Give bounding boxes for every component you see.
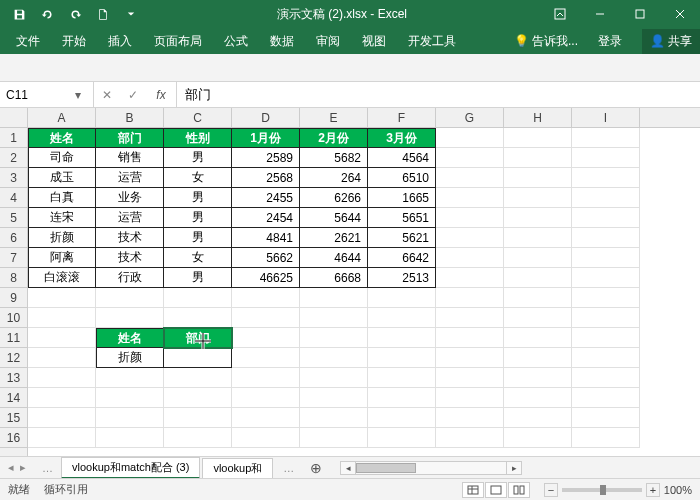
tab-data[interactable]: 数据 bbox=[268, 29, 296, 54]
cancel-formula-button[interactable]: ✕ bbox=[94, 88, 120, 102]
cell-D16[interactable] bbox=[232, 428, 300, 448]
cell-B9[interactable] bbox=[96, 288, 164, 308]
cell-H3[interactable] bbox=[504, 168, 572, 188]
cell-F9[interactable] bbox=[368, 288, 436, 308]
cell-H16[interactable] bbox=[504, 428, 572, 448]
cell-I1[interactable] bbox=[572, 128, 640, 148]
table-header-0[interactable]: 姓名 bbox=[28, 128, 96, 148]
table-row-3-col-5[interactable]: 5651 bbox=[368, 208, 436, 228]
cell-I16[interactable] bbox=[572, 428, 640, 448]
table-row-0-col-5[interactable]: 4564 bbox=[368, 148, 436, 168]
cell-F14[interactable] bbox=[368, 388, 436, 408]
view-page-layout-button[interactable] bbox=[485, 482, 507, 498]
cell-H8[interactable] bbox=[504, 268, 572, 288]
enter-formula-button[interactable]: ✓ bbox=[120, 88, 146, 102]
column-header-H[interactable]: H bbox=[504, 108, 572, 127]
cell-I10[interactable] bbox=[572, 308, 640, 328]
new-sheet-button[interactable]: ⊕ bbox=[302, 460, 330, 476]
cell-A16[interactable] bbox=[28, 428, 96, 448]
cell-I4[interactable] bbox=[572, 188, 640, 208]
zoom-slider[interactable] bbox=[562, 488, 642, 492]
cell-F15[interactable] bbox=[368, 408, 436, 428]
table-header-3[interactable]: 1月份 bbox=[232, 128, 300, 148]
table-row-0-col-4[interactable]: 5682 bbox=[300, 148, 368, 168]
table-row-3-col-0[interactable]: 连宋 bbox=[28, 208, 96, 228]
cell-G3[interactable] bbox=[436, 168, 504, 188]
table-row-0-col-1[interactable]: 销售 bbox=[96, 148, 164, 168]
table-row-2-col-4[interactable]: 6266 bbox=[300, 188, 368, 208]
cell-H12[interactable] bbox=[504, 348, 572, 368]
cell-G8[interactable] bbox=[436, 268, 504, 288]
cell-A15[interactable] bbox=[28, 408, 96, 428]
cell-E11[interactable] bbox=[300, 328, 368, 348]
cell-G10[interactable] bbox=[436, 308, 504, 328]
column-header-E[interactable]: E bbox=[300, 108, 368, 127]
row-header-1[interactable]: 1 bbox=[0, 128, 27, 148]
table-row-3-col-3[interactable]: 2454 bbox=[232, 208, 300, 228]
redo-button[interactable] bbox=[62, 3, 88, 25]
cell-A10[interactable] bbox=[28, 308, 96, 328]
cell-I7[interactable] bbox=[572, 248, 640, 268]
close-button[interactable] bbox=[660, 0, 700, 28]
cell-I6[interactable] bbox=[572, 228, 640, 248]
hscroll-track[interactable] bbox=[356, 461, 506, 475]
lookup-header-name[interactable]: 姓名 bbox=[96, 328, 164, 348]
row-header-7[interactable]: 7 bbox=[0, 248, 27, 268]
tab-insert[interactable]: 插入 bbox=[106, 29, 134, 54]
cell-G9[interactable] bbox=[436, 288, 504, 308]
cell-B13[interactable] bbox=[96, 368, 164, 388]
select-all-corner[interactable] bbox=[0, 108, 28, 128]
sheet-nav-first[interactable]: ◂ bbox=[6, 461, 16, 474]
cell-B15[interactable] bbox=[96, 408, 164, 428]
lookup-value-dept[interactable] bbox=[164, 348, 232, 368]
hscroll-thumb[interactable] bbox=[356, 463, 416, 473]
cell-G5[interactable] bbox=[436, 208, 504, 228]
table-row-2-col-2[interactable]: 男 bbox=[164, 188, 232, 208]
cell-C9[interactable] bbox=[164, 288, 232, 308]
table-row-6-col-5[interactable]: 2513 bbox=[368, 268, 436, 288]
table-row-3-col-1[interactable]: 运营 bbox=[96, 208, 164, 228]
table-row-1-col-3[interactable]: 2568 bbox=[232, 168, 300, 188]
cell-A14[interactable] bbox=[28, 388, 96, 408]
sheet-tab-active[interactable]: vlookup和match配合 (3) bbox=[61, 457, 200, 479]
table-header-1[interactable]: 部门 bbox=[96, 128, 164, 148]
cell-I11[interactable] bbox=[572, 328, 640, 348]
cell-C16[interactable] bbox=[164, 428, 232, 448]
cell-F11[interactable] bbox=[368, 328, 436, 348]
lookup-header-dept[interactable]: 部门 bbox=[164, 328, 232, 348]
cell-E16[interactable] bbox=[300, 428, 368, 448]
row-header-2[interactable]: 2 bbox=[0, 148, 27, 168]
cell-H9[interactable] bbox=[504, 288, 572, 308]
table-row-0-col-0[interactable]: 司命 bbox=[28, 148, 96, 168]
table-row-4-col-2[interactable]: 男 bbox=[164, 228, 232, 248]
cell-I3[interactable] bbox=[572, 168, 640, 188]
table-row-6-col-2[interactable]: 男 bbox=[164, 268, 232, 288]
table-row-1-col-0[interactable]: 成玉 bbox=[28, 168, 96, 188]
cell-I13[interactable] bbox=[572, 368, 640, 388]
zoom-out-button[interactable]: − bbox=[544, 483, 558, 497]
tab-file[interactable]: 文件 bbox=[14, 29, 42, 54]
cell-G11[interactable] bbox=[436, 328, 504, 348]
cell-I9[interactable] bbox=[572, 288, 640, 308]
cell-E12[interactable] bbox=[300, 348, 368, 368]
cell-D12[interactable] bbox=[232, 348, 300, 368]
table-row-4-col-3[interactable]: 4841 bbox=[232, 228, 300, 248]
cell-G1[interactable] bbox=[436, 128, 504, 148]
cell-F13[interactable] bbox=[368, 368, 436, 388]
cell-A11[interactable] bbox=[28, 328, 96, 348]
spreadsheet-grid[interactable]: ABCDEFGHI 12345678910111213141516 姓名部门性别… bbox=[0, 108, 700, 456]
lookup-value-name[interactable]: 折颜 bbox=[96, 348, 164, 368]
table-header-4[interactable]: 2月份 bbox=[300, 128, 368, 148]
column-header-C[interactable]: C bbox=[164, 108, 232, 127]
tell-me[interactable]: 💡告诉我... bbox=[514, 33, 578, 50]
cell-E14[interactable] bbox=[300, 388, 368, 408]
row-header-12[interactable]: 12 bbox=[0, 348, 27, 368]
cell-H5[interactable] bbox=[504, 208, 572, 228]
row-header-11[interactable]: 11 bbox=[0, 328, 27, 348]
table-row-4-col-4[interactable]: 2621 bbox=[300, 228, 368, 248]
horizontal-scrollbar[interactable]: ◂ ▸ bbox=[330, 461, 700, 475]
table-row-0-col-2[interactable]: 男 bbox=[164, 148, 232, 168]
minimize-button[interactable] bbox=[580, 0, 620, 28]
table-row-1-col-1[interactable]: 运营 bbox=[96, 168, 164, 188]
share-button[interactable]: 👤共享 bbox=[642, 29, 700, 54]
